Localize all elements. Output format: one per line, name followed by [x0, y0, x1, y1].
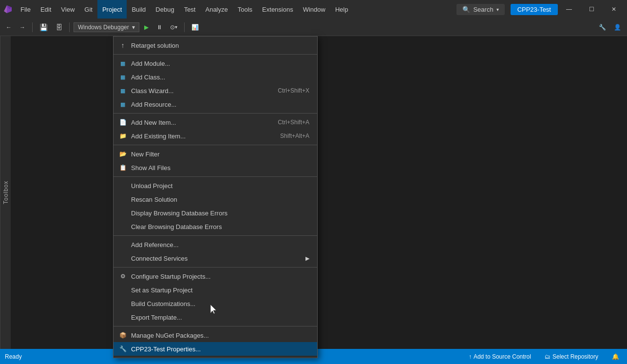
- performance-profiler-button[interactable]: 📊: [189, 22, 202, 32]
- build-customizations-icon: [118, 299, 127, 308]
- content-area: ↑Retarget solution▦Add Module...▦Add Cla…: [11, 36, 627, 349]
- forward-button[interactable]: →: [17, 22, 28, 32]
- add-module-label: Add Module...: [131, 60, 309, 67]
- menu-divider: [114, 145, 317, 145]
- debug-config-dropdown-icon: ▾: [132, 24, 135, 31]
- user-button[interactable]: 👤: [611, 22, 624, 32]
- profile-icon: ⊙: [170, 24, 175, 31]
- menu-item-set-startup[interactable]: Set as Startup Project: [114, 283, 317, 297]
- add-new-item-icon: 📄: [118, 118, 127, 127]
- menu-divider: [114, 326, 317, 326]
- add-module-icon: ▦: [118, 59, 127, 68]
- menu-divider: [114, 235, 317, 236]
- pause-button[interactable]: ⏸: [153, 22, 165, 32]
- menu-item-connected-services[interactable]: Connected Services▶: [114, 251, 317, 265]
- properties-icon: 🔧: [118, 345, 127, 353]
- toolbar-separator-3: [184, 22, 185, 32]
- connected-services-submenu-arrow: ▶: [305, 255, 309, 262]
- menu-item-rescan-solution[interactable]: Rescan Solution: [114, 192, 317, 206]
- add-new-item-shortcut: Ctrl+Shift+A: [278, 119, 309, 126]
- menu-item-manage-nuget[interactable]: 📦Manage NuGet Packages...: [114, 328, 317, 342]
- menu-item-add-new-item[interactable]: 📄Add New Item...Ctrl+Shift+A: [114, 115, 317, 129]
- new-filter-icon: 📂: [118, 150, 127, 158]
- save-button[interactable]: 💾: [37, 22, 51, 33]
- project-context-menu: ↑Retarget solution▦Add Module...▦Add Cla…: [113, 36, 318, 358]
- menu-item-add-existing-item[interactable]: 📁Add Existing Item...Shift+Alt+A: [114, 129, 317, 143]
- profile-button[interactable]: ⊙ ▾: [167, 22, 180, 32]
- notifications-button[interactable]: 🔔: [609, 352, 622, 361]
- menu-item-display-browsing-errors[interactable]: Display Browsing Database Errors: [114, 206, 317, 220]
- menu-test[interactable]: Test: [179, 0, 201, 19]
- add-existing-item-icon: 📁: [118, 132, 127, 140]
- search-dropdown-icon: ▾: [496, 7, 499, 12]
- show-all-files-icon: 📋: [118, 163, 127, 172]
- retarget-solution-label: Retarget solution: [131, 42, 309, 49]
- select-repository-label: Select Repository: [552, 353, 598, 360]
- status-right: ↑ Add to Source Control 🗂 Select Reposit…: [466, 352, 622, 361]
- menu-item-add-reference[interactable]: Add Reference...: [114, 238, 317, 251]
- toolbar-separator-2: [69, 22, 70, 32]
- debug-config[interactable]: Windows Debugger ▾: [74, 22, 139, 32]
- menu-tools[interactable]: Tools: [233, 0, 257, 19]
- menu-divider: [114, 54, 317, 55]
- maximize-button[interactable]: ☐: [580, 0, 603, 19]
- menu-view[interactable]: View: [56, 0, 79, 19]
- menu-debug[interactable]: Debug: [151, 0, 179, 19]
- menu-item-retarget-solution[interactable]: ↑Retarget solution: [114, 38, 317, 52]
- tools-button[interactable]: 🔧: [596, 22, 609, 32]
- menu-item-clear-browsing-errors[interactable]: Clear Browsing Database Errors: [114, 220, 317, 233]
- menu-item-configure-startup[interactable]: ⚙Configure Startup Projects...: [114, 269, 317, 283]
- menu-item-add-module[interactable]: ▦Add Module...: [114, 57, 317, 70]
- user-icon: 👤: [614, 24, 621, 31]
- search-icon: 🔍: [462, 6, 470, 13]
- menu-extensions[interactable]: Extensions: [257, 0, 298, 19]
- unload-project-icon: [118, 181, 127, 190]
- performance-icon: 📊: [191, 24, 199, 31]
- menu-file[interactable]: File: [16, 0, 36, 19]
- tools-icon: 🔧: [599, 24, 606, 31]
- menu-item-add-class[interactable]: ▦Add Class...: [114, 70, 317, 84]
- rescan-solution-icon: [118, 195, 127, 204]
- source-control-icon: ↑: [469, 353, 472, 360]
- menu-item-build-customizations[interactable]: Build Customizations...: [114, 297, 317, 310]
- menu-item-add-resource[interactable]: ▦Add Resource...: [114, 97, 317, 111]
- menu-item-properties[interactable]: 🔧CPP23-Test Properties...: [114, 342, 317, 356]
- menu-item-show-all-files[interactable]: 📋Show All Files: [114, 161, 317, 174]
- menu-divider: [114, 176, 317, 177]
- menu-item-export-template[interactable]: Export Template...: [114, 310, 317, 324]
- menu-analyze[interactable]: Analyze: [200, 0, 232, 19]
- menu-help[interactable]: Help: [330, 0, 353, 19]
- minimize-button[interactable]: —: [558, 0, 580, 19]
- run-button[interactable]: ▶: [141, 22, 152, 32]
- bell-icon: 🔔: [612, 353, 619, 360]
- status-ready-label: Ready: [5, 353, 22, 360]
- clear-browsing-errors-label: Clear Browsing Database Errors: [131, 223, 309, 230]
- title-bar: File Edit View Git Project Build Debug T…: [0, 0, 627, 19]
- status-left: Ready: [5, 353, 22, 360]
- menu-item-unload-project[interactable]: Unload Project: [114, 179, 317, 192]
- close-button[interactable]: ✕: [603, 0, 625, 19]
- toolbox[interactable]: Toolbox: [0, 36, 11, 349]
- rescan-solution-label: Rescan Solution: [131, 196, 309, 203]
- search-button[interactable]: 🔍 Search ▾: [456, 4, 504, 15]
- menu-item-class-wizard[interactable]: ▦Class Wizard...Ctrl+Shift+X: [114, 84, 317, 97]
- debug-config-label: Windows Debugger: [78, 24, 129, 31]
- save-icon: 💾: [39, 23, 48, 31]
- add-reference-label: Add Reference...: [131, 241, 309, 249]
- pause-icon: ⏸: [156, 24, 162, 31]
- menu-item-new-filter[interactable]: 📂New Filter: [114, 147, 317, 161]
- add-to-source-control[interactable]: ↑ Add to Source Control: [466, 352, 534, 361]
- menu-edit[interactable]: Edit: [36, 0, 56, 19]
- back-button[interactable]: ←: [3, 22, 15, 32]
- manage-nuget-icon: 📦: [118, 331, 127, 340]
- select-repository[interactable]: 🗂 Select Repository: [542, 352, 601, 361]
- export-template-icon: [118, 313, 127, 322]
- add-to-source-control-label: Add to Source Control: [474, 353, 531, 360]
- save-all-icon: 🗄: [56, 23, 62, 31]
- menu-window[interactable]: Window: [298, 0, 330, 19]
- menu-project[interactable]: Project: [97, 0, 127, 19]
- forward-icon: →: [19, 24, 25, 31]
- menu-build[interactable]: Build: [127, 0, 151, 19]
- menu-git[interactable]: Git: [79, 0, 97, 19]
- save-all-button[interactable]: 🗄: [53, 22, 65, 33]
